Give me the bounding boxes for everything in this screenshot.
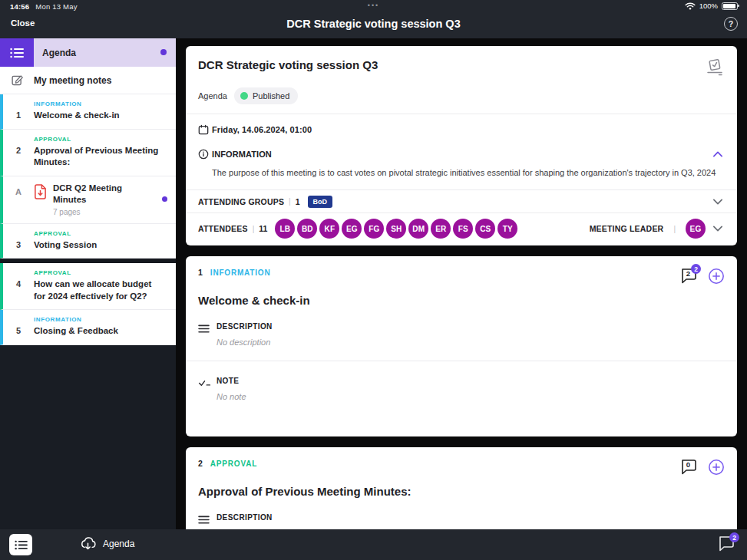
agenda-list-icon[interactable] [0, 38, 34, 67]
attendees-count: 11 [259, 224, 267, 233]
leader-avatar[interactable]: EG [686, 219, 706, 239]
meeting-nav-title: DCR Strategic voting session Q3 [0, 18, 747, 30]
note-icon [198, 380, 211, 388]
attendees-row[interactable]: ATTENDEES | 11 LB BD KF EG FG SH DM ER F… [186, 213, 737, 244]
description-block: DESCRIPTION No description [186, 498, 737, 529]
list-icon [15, 540, 28, 550]
item-title: Approval of Previous Meeting Minutes: [186, 476, 737, 498]
sidebar-item-agenda[interactable]: Agenda [0, 38, 176, 67]
avatar[interactable]: SH [386, 219, 406, 239]
note-value: No note [216, 392, 246, 401]
plus-icon [708, 459, 725, 476]
item-type: APPROVAL [34, 269, 165, 276]
description-label: DESCRIPTION [216, 322, 273, 331]
avatar[interactable]: KF [319, 219, 339, 239]
comments-panel-button[interactable]: 2 [718, 535, 736, 554]
avatar[interactable]: CS [475, 219, 495, 239]
list-icon [10, 48, 24, 58]
wifi-icon [685, 2, 696, 10]
meeting-title: DCR Strategic voting session Q3 [198, 58, 378, 71]
avatar[interactable]: TY [497, 219, 517, 239]
item-number: 2 [198, 459, 203, 468]
sidebar-item-my-meeting-notes[interactable]: My meeting notes [0, 67, 176, 94]
comments-button[interactable]: 2 2 [680, 268, 699, 285]
attending-groups-row[interactable]: ATTENDING GROUPS | 1 BoD [186, 190, 737, 212]
attachment-title: DCR Q2 Meeting Minutes [53, 183, 156, 206]
group-badge: BoD [308, 196, 333, 208]
item-type: INFORMATION [210, 268, 271, 277]
item-number: 1 [198, 268, 203, 277]
item-type: INFORMATION [34, 100, 165, 107]
sidebar-item-4[interactable]: 4 APPROVAL How can we allocate budget fo… [0, 263, 176, 310]
item-title: Voting Session [34, 239, 165, 252]
agenda-download-tab[interactable]: Agenda [80, 536, 134, 552]
add-button[interactable] [708, 459, 725, 476]
description-icon [198, 516, 210, 525]
sidebar-item-3[interactable]: 3 APPROVAL Voting Session [0, 224, 176, 259]
nav-bar: Close DCR Strategic voting session Q3 ? [0, 13, 747, 38]
battery-percent: 100% [699, 2, 718, 10]
description-icon [198, 324, 210, 334]
item-number: 5 [3, 316, 34, 338]
information-label: INFORMATION [212, 150, 272, 159]
item-title: How can we allocate budget for 2024 effe… [34, 278, 165, 302]
meeting-header-card: DCR Strategic voting session Q3 Agenda P… [186, 46, 737, 245]
avatar[interactable]: DM [408, 219, 428, 239]
chevron-down-icon[interactable] [711, 197, 725, 206]
main-content: DCR Strategic voting session Q3 Agenda P… [176, 38, 747, 529]
avatar[interactable]: LB [275, 219, 295, 239]
agenda-item-card-2: 2 APPROVAL 0 Approval of Previous Meetin… [186, 447, 737, 529]
description-block: DESCRIPTION No description [186, 307, 737, 347]
meeting-leader: MEETING LEADER | EG [590, 219, 725, 239]
sidebar: Agenda My meeting notes 1 INFORMATION We… [0, 38, 176, 529]
notes-icon [11, 74, 24, 87]
sidebar-item-1[interactable]: 1 INFORMATION Welcome & check-in [0, 94, 176, 130]
avatar[interactable]: FG [364, 219, 384, 239]
multitask-dots: ••• [368, 2, 379, 9]
notes-label: My meeting notes [34, 75, 111, 86]
meeting-datetime-row: Friday, 14.06.2024, 01:00 [186, 114, 737, 140]
avatar[interactable]: EG [342, 219, 362, 239]
unread-dot [162, 196, 167, 202]
status-date: Mon 13 May [35, 2, 77, 11]
item-type: INFORMATION [34, 316, 165, 323]
attendee-avatars: LB BD KF EG FG SH DM ER FS CS TY [275, 219, 517, 239]
battery-icon [722, 2, 738, 10]
avatar[interactable]: FS [453, 219, 473, 239]
comment-badge: 2 [691, 264, 701, 274]
published-dot [240, 92, 248, 100]
agenda-tab-label: Agenda [42, 48, 76, 58]
sidebar-item-2[interactable]: 2 APPROVAL Approval of Previous Meeting … [0, 130, 176, 176]
item-title: Welcome & check-in [186, 285, 737, 307]
clock: 14:56 [10, 2, 29, 11]
leader-label: MEETING LEADER [590, 224, 664, 233]
plus-icon [708, 268, 725, 285]
chevron-up-icon[interactable] [711, 150, 725, 159]
status-bar: 14:56Mon 13 May ••• 100% [0, 0, 747, 13]
item-title: Welcome & check-in [34, 110, 165, 122]
item-number: 4 [3, 269, 34, 302]
information-row[interactable]: INFORMATION [186, 140, 737, 160]
meeting-datetime: Friday, 14.06.2024, 01:00 [212, 125, 312, 134]
comments-button[interactable]: 0 [680, 459, 699, 476]
add-button[interactable] [708, 268, 725, 285]
sidebar-item-5[interactable]: 5 INFORMATION Closing & Feedback [0, 310, 176, 345]
description-value: No description [216, 338, 273, 347]
unread-dot [160, 49, 167, 55]
groups-label: ATTENDING GROUPS [198, 197, 284, 206]
avatar[interactable]: BD [297, 219, 317, 239]
attendees-label: ATTENDEES [198, 224, 248, 233]
agenda-list-button[interactable] [9, 534, 32, 555]
status-badge: Published [234, 87, 298, 104]
help-icon[interactable]: ? [724, 17, 738, 31]
bottom-agenda-label: Agenda [103, 539, 134, 549]
pdf-icon [34, 184, 47, 199]
sidebar-item-attachment[interactable]: A DCR Q2 Meeting Minutes 7 pages [0, 176, 176, 224]
agenda-label: Agenda [198, 91, 227, 100]
comment-badge: 2 [729, 532, 739, 542]
item-title: Approval of Previous Meeting Minutes: [34, 145, 165, 169]
chevron-down-icon[interactable] [711, 224, 725, 233]
comment-count: 0 [680, 460, 696, 469]
ballot-box-icon[interactable] [705, 58, 725, 77]
avatar[interactable]: ER [431, 219, 451, 239]
